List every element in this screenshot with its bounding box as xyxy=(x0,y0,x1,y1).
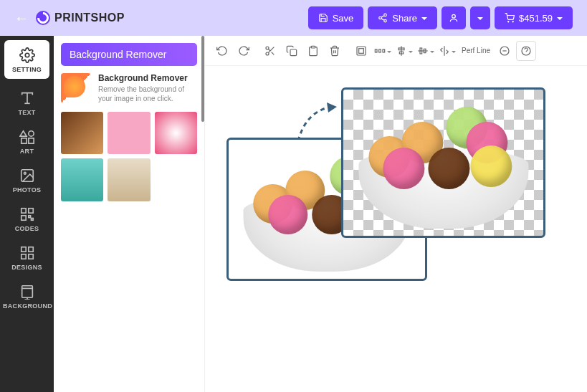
cart-icon xyxy=(505,13,515,23)
svg-rect-37 xyxy=(357,47,366,55)
svg-rect-41 xyxy=(383,49,385,52)
text-icon xyxy=(3,90,51,106)
canvas-toolbar: Perf Line xyxy=(205,36,587,66)
user-button[interactable] xyxy=(442,6,466,29)
copy-icon[interactable] xyxy=(282,41,302,61)
thumb-candy-cane[interactable] xyxy=(155,112,197,154)
svg-rect-35 xyxy=(290,49,297,56)
svg-rect-25 xyxy=(28,254,32,259)
sidebar-item-setting[interactable]: SETTING xyxy=(4,40,49,79)
undo-icon[interactable] xyxy=(212,41,232,61)
user-icon xyxy=(449,13,459,23)
minus-circle-icon[interactable] xyxy=(495,41,515,61)
bg-remover-title: Background Remover xyxy=(98,73,197,83)
scrollbar[interactable] xyxy=(201,36,204,122)
background-remover-badge[interactable]: Background Remover xyxy=(61,43,197,66)
svg-point-12 xyxy=(28,131,33,136)
svg-rect-19 xyxy=(21,216,25,220)
svg-marker-53 xyxy=(327,102,337,113)
svg-rect-22 xyxy=(21,247,25,252)
background-icon xyxy=(3,284,51,300)
thumb-pink-cone[interactable] xyxy=(108,112,150,154)
svg-point-30 xyxy=(266,47,269,49)
sidebar-item-background[interactable]: BACKGROUND xyxy=(0,277,54,315)
qr-icon xyxy=(3,206,51,222)
gear-icon xyxy=(7,47,47,63)
svg-rect-24 xyxy=(21,254,25,259)
layout-icon xyxy=(3,245,51,261)
distribute-icon[interactable] xyxy=(373,41,393,61)
bg-remover-desc: Remove the background of your image in o… xyxy=(98,85,197,103)
chevron-down-icon xyxy=(477,13,483,24)
sidebar: SETTING TEXT ART PHOTOS CODES DESIGNS BA… xyxy=(0,36,54,392)
sidebar-item-designs[interactable]: DESIGNS xyxy=(0,238,54,277)
user-menu-button[interactable] xyxy=(470,6,490,29)
svg-rect-39 xyxy=(375,49,377,52)
svg-point-2 xyxy=(384,19,387,22)
background-remover-card[interactable]: Background Remover Remove the background… xyxy=(61,73,197,103)
sidebar-label: DESIGNS xyxy=(3,264,51,271)
sidebar-label: SETTING xyxy=(7,66,47,73)
sidebar-label: ART xyxy=(3,148,51,155)
chevron-down-icon xyxy=(421,13,427,24)
sidebar-label: CODES xyxy=(3,225,51,232)
icecream-scoop xyxy=(383,148,425,189)
sidebar-label: TEXT xyxy=(3,109,51,116)
logo-icon xyxy=(36,11,50,25)
thumb-icecream-cones[interactable] xyxy=(61,112,103,154)
thumb-choc-bowl[interactable] xyxy=(108,158,150,201)
paste-icon[interactable] xyxy=(303,41,323,61)
sidebar-item-photos[interactable]: PHOTOS xyxy=(0,161,54,199)
svg-line-34 xyxy=(268,49,270,51)
svg-rect-13 xyxy=(21,138,26,143)
group-icon[interactable] xyxy=(351,41,371,61)
canvas-area: Perf Line xyxy=(204,36,587,392)
sample-thumbnails xyxy=(61,112,197,201)
sidebar-item-codes[interactable]: CODES xyxy=(0,199,54,238)
settings-panel: Background Remover Background Remover Re… xyxy=(54,36,204,392)
delete-icon[interactable] xyxy=(325,41,345,61)
svg-rect-17 xyxy=(21,209,25,213)
share-button[interactable]: Share xyxy=(368,6,437,29)
logo[interactable]: PRINTSHOP xyxy=(36,11,125,25)
cut-icon[interactable] xyxy=(260,41,280,61)
svg-line-3 xyxy=(381,19,384,20)
align-vertical-icon[interactable] xyxy=(416,41,436,61)
redo-icon[interactable] xyxy=(234,41,254,61)
svg-point-16 xyxy=(24,172,26,174)
sidebar-item-art[interactable]: ART xyxy=(0,122,54,161)
thumb-falling-scoops[interactable] xyxy=(155,158,197,201)
canvas[interactable] xyxy=(205,66,587,392)
svg-point-31 xyxy=(266,52,269,55)
thumb-teal-scoop[interactable] xyxy=(61,158,103,201)
save-button[interactable]: Save xyxy=(308,6,364,29)
perf-line-button[interactable]: Perf Line xyxy=(459,47,493,54)
svg-point-7 xyxy=(512,21,513,22)
svg-point-0 xyxy=(384,14,387,16)
sidebar-label: PHOTOS xyxy=(3,186,51,193)
logo-text: PRINTSHOP xyxy=(54,11,125,24)
image-icon xyxy=(3,168,51,183)
save-icon xyxy=(318,13,328,23)
svg-point-1 xyxy=(379,16,382,19)
svg-rect-21 xyxy=(31,219,33,221)
removed-bg-image-card[interactable] xyxy=(341,87,545,238)
svg-rect-40 xyxy=(379,49,381,52)
svg-point-8 xyxy=(25,53,29,57)
share-label: Share xyxy=(392,13,417,24)
align-horizontal-icon[interactable] xyxy=(394,41,414,61)
cart-button[interactable]: $451.59 xyxy=(495,6,573,29)
help-icon[interactable] xyxy=(516,41,536,61)
svg-point-5 xyxy=(452,14,456,18)
svg-rect-38 xyxy=(359,48,364,53)
back-arrow[interactable]: ← xyxy=(14,10,29,27)
icecream-scoop xyxy=(429,148,470,189)
shapes-icon xyxy=(3,129,51,145)
svg-rect-14 xyxy=(28,138,33,143)
topbar: ← PRINTSHOP Save Share $451.59 xyxy=(0,0,587,36)
cart-amount: $451.59 xyxy=(519,13,553,24)
svg-point-6 xyxy=(508,21,509,22)
chevron-down-icon xyxy=(557,13,563,24)
flip-icon[interactable] xyxy=(437,41,457,61)
sidebar-item-text[interactable]: TEXT xyxy=(0,83,54,122)
